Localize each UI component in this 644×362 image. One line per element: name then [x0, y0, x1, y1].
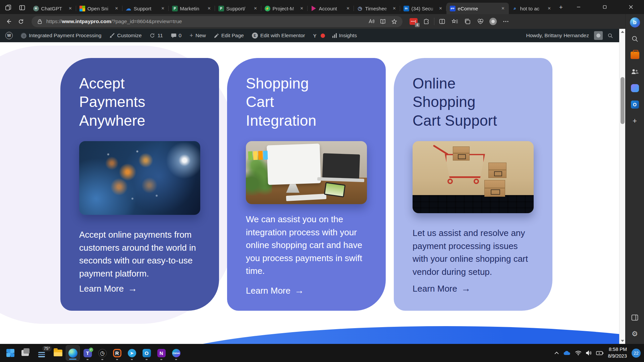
learn-more-link[interactable]: Learn More → [79, 283, 200, 294]
maximize-button[interactable] [592, 0, 618, 14]
tab-support-planner[interactable]: P Support/ ✕ [215, 3, 261, 14]
split-screen-icon[interactable] [436, 16, 448, 27]
battery-icon[interactable] [595, 348, 604, 358]
canva-button[interactable]: Canva [169, 345, 183, 361]
volume-icon[interactable] [585, 348, 593, 358]
updates-menu[interactable]: 11 [146, 29, 167, 42]
tab-close-icon[interactable]: ✕ [160, 5, 166, 11]
start-button[interactable] [3, 345, 17, 361]
tab-close-icon[interactable]: ✕ [391, 5, 397, 11]
browser-essentials-icon[interactable] [474, 16, 487, 27]
tab-close-icon[interactable]: ✕ [206, 5, 212, 11]
minimize-button[interactable] [566, 0, 592, 14]
tab-open-snipping[interactable]: Open Sni ✕ [76, 3, 122, 14]
admin-search-icon[interactable] [605, 29, 619, 42]
collections-icon[interactable] [461, 16, 474, 27]
scroll-up-arrow[interactable] [620, 29, 626, 35]
clock-date-display[interactable]: 8:58 PM 8/9/2023 [608, 346, 627, 359]
scrollbar-thumb[interactable] [621, 77, 625, 124]
profile-avatar[interactable] [487, 16, 499, 27]
onenote-button[interactable]: N [154, 345, 168, 361]
comments-menu[interactable]: 0 [167, 29, 186, 42]
weather-widget[interactable]: 75° [33, 345, 50, 361]
card-title: Shopping Cart Integration [246, 74, 367, 130]
tab-project-m[interactable]: ⚡ Project-M ✕ [261, 3, 308, 14]
lock-icon[interactable] [36, 17, 43, 26]
notification-count-badge[interactable]: 22 [632, 349, 641, 358]
tab-search-query[interactable]: ⌕ hot to ac ✕ [509, 3, 555, 14]
favorites-icon[interactable] [448, 16, 461, 27]
tray-time: 8:58 PM [608, 346, 627, 353]
recording-indicator-dot[interactable] [321, 34, 325, 38]
site-name-menu[interactable]: Integrated Payment Processing [17, 29, 105, 42]
outlook-button[interactable]: O [140, 345, 154, 361]
copilot-bing-icon[interactable]: b [628, 16, 642, 29]
reading-mode-icon[interactable] [377, 17, 388, 26]
tab-support-onedrive[interactable]: ☁ Support ✕ [122, 3, 169, 14]
lastpass-badge: 4 [415, 23, 420, 27]
sidebar-tools-icon[interactable] [628, 49, 642, 62]
teams-button[interactable]: T✓ [80, 345, 95, 361]
tab-linkedin[interactable]: in (34) Secu ✕ [400, 3, 446, 14]
lastpass-extension-icon[interactable]: •••| 4 [407, 16, 420, 27]
tab-close-icon[interactable]: ✕ [299, 5, 305, 11]
insights-menu[interactable]: Insights [328, 29, 361, 42]
refresh-button[interactable] [15, 16, 27, 27]
sidebar-settings-gear-icon[interactable]: ⚙ [628, 327, 642, 341]
settings-more-icon[interactable] [499, 16, 512, 27]
edit-with-elementor-menu[interactable]: E Edit with Elementor [248, 29, 309, 42]
tab-timesheet[interactable]: ◷ Timeshee ✕ [354, 3, 400, 14]
tab-close-icon[interactable]: ✕ [67, 5, 73, 11]
learn-more-link[interactable]: Learn More → [246, 285, 367, 296]
sidebar-outlook-icon[interactable]: O [628, 98, 642, 111]
onedrive-tray-icon[interactable] [563, 348, 572, 358]
yoast-seo-menu[interactable]: Y [309, 29, 317, 42]
tab-close-icon[interactable]: ✕ [114, 5, 120, 11]
tray-chevron-up-icon[interactable] [552, 348, 561, 358]
file-explorer-button[interactable] [51, 345, 65, 361]
url-text[interactable]: https://www.intpaypro.com/?page_id=8604&… [46, 18, 366, 24]
card-title: Accept Payments Anywhere [79, 74, 200, 130]
vertical-tabs-icon[interactable] [17, 2, 28, 13]
read-aloud-icon[interactable] [366, 17, 377, 26]
page-scrollbar[interactable] [619, 29, 625, 344]
sidebar-search-icon[interactable] [628, 32, 642, 46]
tab-account[interactable]: Account ✕ [308, 3, 354, 14]
tab-label: Timeshee [365, 6, 389, 11]
tab-close-icon[interactable]: ✕ [253, 5, 259, 11]
task-view-button[interactable] [18, 345, 32, 361]
clock-app-button[interactable]: ◷ [95, 345, 109, 361]
tab-close-icon[interactable]: ✕ [345, 5, 351, 11]
wp-logo-menu[interactable]: W [0, 29, 17, 42]
edit-page-menu[interactable]: Edit Page [210, 29, 248, 42]
learn-more-link[interactable]: Learn More → [413, 283, 534, 294]
tab-close-icon[interactable]: ✕ [500, 5, 506, 11]
tab-close-icon[interactable]: ✕ [438, 5, 444, 11]
telegram-button[interactable]: ➤ [125, 345, 139, 361]
workspaces-icon[interactable] [3, 2, 13, 13]
edge-browser-button-active[interactable] [66, 345, 80, 361]
sidebar-add-icon[interactable]: + [628, 114, 642, 128]
tab-chatgpt[interactable]: ✳ ChatGPT ✕ [30, 3, 76, 14]
back-button[interactable] [3, 16, 15, 27]
tray-date: 8/9/2023 [608, 353, 627, 360]
address-bar[interactable]: https://www.intpaypro.com/?page_id=8604&… [32, 16, 402, 27]
favorite-star-icon[interactable] [388, 17, 400, 26]
extensions-icon[interactable] [420, 16, 433, 27]
sidebar-designer-icon[interactable] [628, 81, 642, 95]
wifi-icon[interactable] [574, 348, 583, 358]
sidebar-people-icon[interactable] [628, 65, 642, 78]
my-account-menu[interactable]: Howdy, Brittany Hernandez [522, 29, 605, 42]
scroll-down-arrow[interactable] [620, 338, 626, 344]
card-title: Online Shopping Cart Support [413, 74, 534, 130]
tab-ecommerce-active[interactable]: iPP eComme ✕ [446, 3, 509, 14]
tab-marketing[interactable]: P Marketin ✕ [169, 3, 215, 14]
tab-close-icon[interactable]: ✕ [546, 5, 552, 11]
new-tab-button[interactable]: + [556, 2, 566, 12]
new-content-menu[interactable]: + New [185, 29, 210, 42]
close-window-button[interactable] [618, 0, 644, 14]
r-app-button[interactable]: R [110, 345, 124, 361]
sidebar-panel-icon[interactable] [628, 311, 642, 324]
customize-brush-icon [109, 33, 115, 38]
customize-menu[interactable]: Customize [105, 29, 146, 42]
